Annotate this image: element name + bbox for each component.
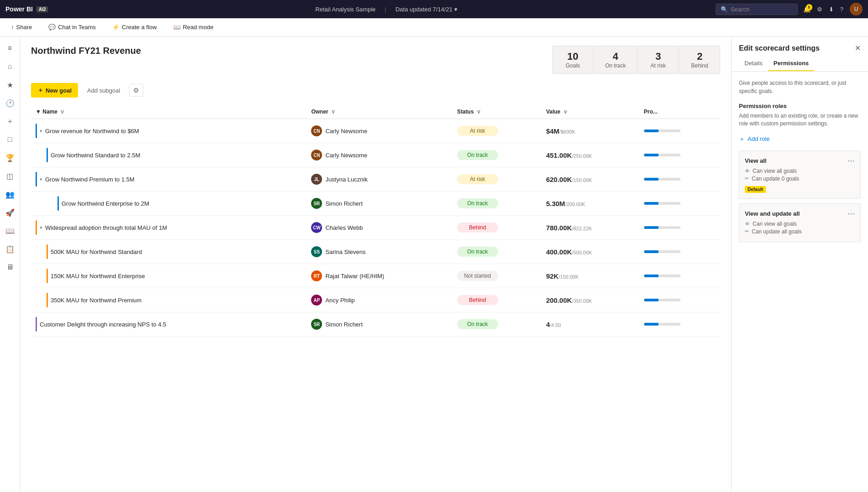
role-card-header-2: View and update all ⋯ (745, 209, 855, 218)
table-row[interactable]: ▾ Grow revenue for Northwind to $6M CN C… (31, 119, 720, 143)
owner-wrapper: JL Justyna Lucznik (311, 174, 448, 185)
sidebar-people[interactable]: 👥 (2, 186, 18, 202)
goal-name-text[interactable]: Widespread adoption through total MAU of… (45, 224, 167, 231)
sidebar-metrics[interactable]: 📋 (2, 241, 18, 257)
owner-wrapper: CN Carly Newsome (311, 150, 448, 161)
role-more-button-2[interactable]: ⋯ (847, 209, 855, 218)
topbar: Power BI AI2 Retail Analysis Sample | Da… (0, 0, 868, 18)
chevron-down-icon[interactable]: ▾ (454, 6, 457, 13)
table-row[interactable]: 350K MAU for Northwind Premium AP Ancy P… (31, 288, 720, 312)
search-icon: 🔍 (721, 6, 728, 13)
goal-name-text[interactable]: Grow revenue for Northwind to $6M (45, 128, 139, 135)
add-subgoal-button[interactable]: Add subgoal (83, 84, 125, 97)
owner-wrapper: RT Rajat Talwar (HE/HIM) (311, 270, 448, 281)
panel-close-button[interactable]: ✕ (855, 44, 861, 52)
sidebar-learn[interactable]: 📖 (2, 223, 18, 239)
sidebar-hamburger[interactable]: ≡ (2, 40, 18, 57)
value-main: 4 (546, 321, 550, 328)
download-icon[interactable]: ⬇ (829, 6, 834, 13)
sort-icon-value: ∨ (563, 109, 567, 115)
table-row[interactable]: 500K MAU for Northwind Standard SS Sarin… (31, 240, 720, 264)
role-perm-update: ✏ Can update 0 goals (745, 176, 855, 182)
goal-name-wrapper: ▾ Grow Northwind Premium to 1.5M (36, 172, 302, 186)
stat-goals-value: 10 (564, 51, 582, 62)
col-status[interactable]: Status ∨ (452, 105, 541, 119)
owner-name: Carly Newsome (325, 128, 367, 135)
col-name[interactable]: ▼ Name ∨ (31, 105, 307, 119)
table-row[interactable]: 150K MAU for Northwind Enterprise RT Raj… (31, 264, 720, 288)
new-goal-button[interactable]: ＋ New goal (31, 83, 78, 98)
goal-name-text[interactable]: 500K MAU for Northwind Standard (51, 249, 142, 255)
goal-name-text[interactable]: Customer Delight through increasing NPS … (40, 321, 166, 328)
owner-cell: CN Carly Newsome (307, 119, 452, 143)
value-main: $4M (546, 127, 559, 135)
collapse-button[interactable]: ▾ (40, 225, 42, 231)
owner-name: Rajat Talwar (HE/HIM) (325, 273, 384, 280)
add-role-button[interactable]: ＋ Add role (739, 133, 769, 145)
table-row[interactable]: Grow Northwind Enterprise to 2M SR Simon… (31, 192, 720, 216)
value-sub: /$600K (559, 129, 575, 135)
value-cell: 200.00K/350.00K (541, 288, 639, 312)
value-cell: 620.00K/150.00K (541, 167, 639, 192)
sidebar-publish[interactable]: 🚀 (2, 204, 18, 221)
col-owner[interactable]: Owner ∨ (307, 105, 452, 119)
sidebar-home[interactable]: ⌂ (2, 58, 18, 75)
sidebar-monitor[interactable]: 🖥 (2, 259, 18, 275)
sidebar-goals[interactable]: 🏆 (2, 150, 18, 166)
panel-title: Edit scorecard settings (739, 44, 820, 52)
collapse-button[interactable]: ▾ (40, 176, 42, 182)
table-row[interactable]: Customer Delight through increasing NPS … (31, 312, 720, 337)
goal-name-text[interactable]: 150K MAU for Northwind Enterprise (51, 273, 145, 280)
progress-bar-fill (644, 323, 659, 326)
user-avatar[interactable]: U (850, 3, 863, 16)
tab-details[interactable]: Details (739, 56, 768, 71)
role-perm-update-2: ✏ Can update all goals (745, 228, 855, 235)
notif-count-badge: 5 (806, 4, 812, 10)
role-more-button-1[interactable]: ⋯ (847, 156, 855, 165)
col-progress[interactable]: Pro... (639, 105, 721, 119)
table-row[interactable]: ▾ Grow Northwind Premium to 1.5M JL Just… (31, 167, 720, 192)
progress-bar-bg (644, 178, 681, 181)
create-flow-button[interactable]: ⚡ Create a flow (109, 22, 161, 32)
status-cell: Behind (452, 288, 541, 312)
settings-icon[interactable]: ⚙ (817, 6, 822, 13)
progress-bar-fill (644, 274, 659, 277)
app-logo: Power BI AI2 (5, 5, 48, 13)
sidebar-browse[interactable]: □ (2, 131, 18, 148)
read-mode-button[interactable]: 📖 Read mode (170, 22, 217, 32)
progress-bar-fill (644, 202, 659, 205)
owner-cell: SR Simon Richert (307, 192, 452, 216)
value-sub: /822.22K (572, 226, 592, 231)
flow-icon: ⚡ (112, 24, 120, 31)
status-cell: On track (452, 192, 541, 216)
help-icon[interactable]: ? (840, 6, 843, 13)
col-value[interactable]: Value ∨ (541, 105, 639, 119)
tab-permissions[interactable]: Permissions (768, 56, 814, 71)
collapse-button[interactable]: ▾ (40, 128, 42, 134)
goal-name-text[interactable]: Grow Northwind Premium to 1.5M (45, 176, 135, 183)
goal-name-text[interactable]: Grow Northwind Enterprise to 2M (62, 200, 149, 207)
sidebar-reports[interactable]: ◫ (2, 168, 18, 184)
value-sub: /150.00K (559, 274, 579, 280)
progress-cell (639, 240, 721, 264)
value-sub: /350.00K (572, 298, 592, 304)
table-row[interactable]: Grow Northwind Standard to 2.5M CN Carly… (31, 143, 720, 167)
goal-name-text[interactable]: 350K MAU for Northwind Premium (51, 297, 141, 304)
progress-cell (639, 192, 721, 216)
panel-header: Edit scorecard settings ✕ (732, 36, 868, 52)
share-button[interactable]: ↑ Share (7, 22, 36, 32)
chat-teams-button[interactable]: 💬 Chat in Teams (45, 22, 99, 32)
goal-name-text[interactable]: Grow Northwind Standard to 2.5M (51, 152, 140, 159)
sidebar-recent[interactable]: 🕐 (2, 95, 18, 111)
value-sub: /200.00K (565, 202, 585, 207)
sidebar-create[interactable]: ＋ (2, 113, 18, 129)
add-icon: ＋ (739, 135, 745, 143)
search-box[interactable]: 🔍 Search (716, 4, 798, 15)
notifications-button[interactable]: 🔔 5 (803, 6, 811, 13)
progress-bar-bg (644, 299, 681, 301)
table-row[interactable]: ▾ Widespread adoption through total MAU … (31, 216, 720, 240)
status-badge: At risk (457, 126, 498, 136)
sidebar-favorites[interactable]: ★ (2, 77, 18, 93)
settings-button[interactable]: ⚙ (129, 84, 143, 97)
panel-description: Give people access to this scorecard, or… (739, 79, 861, 95)
